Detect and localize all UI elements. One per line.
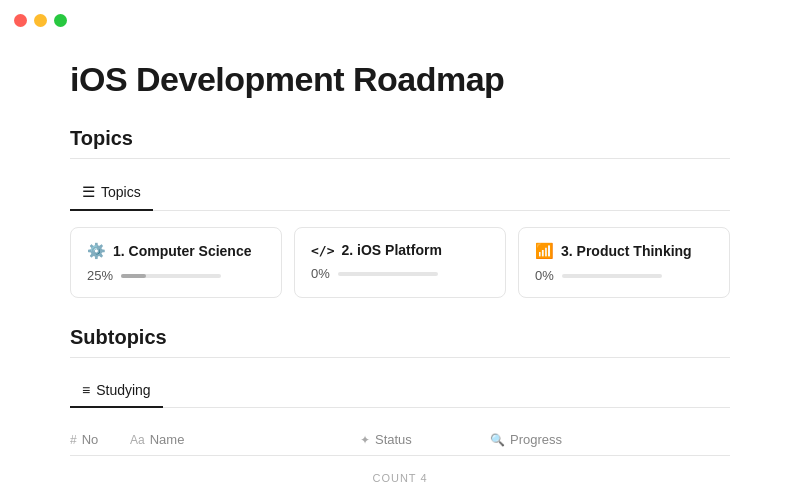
card-label-ios: 2. iOS Platform bbox=[341, 242, 441, 258]
topic-card-cs[interactable]: ⚙️ 1. Computer Science 25% bbox=[70, 227, 282, 298]
main-content: iOS Development Roadmap Topics ☰ Topics … bbox=[0, 40, 800, 500]
progress-bar-bg-pt bbox=[562, 274, 662, 278]
traffic-light-red[interactable] bbox=[14, 14, 27, 27]
studying-tab-label: Studying bbox=[96, 382, 150, 398]
card-percent-pt: 0% bbox=[535, 268, 713, 283]
card-icon-cs: ⚙️ bbox=[87, 242, 106, 260]
card-icon-ios: </> bbox=[311, 243, 334, 258]
topics-tab-label: Topics bbox=[101, 184, 141, 200]
topics-section: Topics ☰ Topics ⚙️ 1. Computer Science 2… bbox=[70, 127, 730, 298]
card-percent-ios: 0% bbox=[311, 266, 489, 281]
card-header-ios: </> 2. iOS Platform bbox=[311, 242, 489, 258]
traffic-light-yellow[interactable] bbox=[34, 14, 47, 27]
col-header-name: Aa Name bbox=[130, 432, 360, 447]
col-progress-icon: 🔍 bbox=[490, 433, 505, 447]
table-header: # No Aa Name ✦ Status 🔍 Progress bbox=[70, 424, 730, 456]
subtopics-section: Subtopics ≡ Studying # No Aa Name ✦ Stat… bbox=[70, 326, 730, 484]
page-title: iOS Development Roadmap bbox=[70, 60, 730, 99]
card-label-cs: 1. Computer Science bbox=[113, 243, 252, 259]
topic-card-pt[interactable]: 📶 3. Product Thinking 0% bbox=[518, 227, 730, 298]
subtopics-divider bbox=[70, 357, 730, 358]
progress-bar-bg-ios bbox=[338, 272, 438, 276]
col-status-icon: ✦ bbox=[360, 433, 370, 447]
card-header-pt: 📶 3. Product Thinking bbox=[535, 242, 713, 260]
subtopics-tabs-bar: ≡ Studying bbox=[70, 374, 730, 408]
tab-studying[interactable]: ≡ Studying bbox=[70, 374, 163, 408]
topic-card-ios[interactable]: </> 2. iOS Platform 0% bbox=[294, 227, 506, 298]
traffic-light-green[interactable] bbox=[54, 14, 67, 27]
tab-topics[interactable]: ☰ Topics bbox=[70, 175, 153, 211]
topics-tab-icon: ☰ bbox=[82, 183, 95, 201]
studying-tab-icon: ≡ bbox=[82, 382, 90, 398]
col-header-progress: 🔍 Progress bbox=[490, 432, 620, 447]
card-label-pt: 3. Product Thinking bbox=[561, 243, 692, 259]
subtopics-heading: Subtopics bbox=[70, 326, 730, 349]
col-name-icon: Aa bbox=[130, 433, 145, 447]
card-icon-pt: 📶 bbox=[535, 242, 554, 260]
count-bar: COUNT 4 bbox=[70, 456, 730, 484]
topic-cards-row: ⚙️ 1. Computer Science 25% </> 2. iOS Pl… bbox=[70, 227, 730, 298]
progress-bar-fill-cs bbox=[121, 274, 146, 278]
col-no-icon: # bbox=[70, 433, 77, 447]
card-percent-cs: 25% bbox=[87, 268, 265, 283]
topics-divider bbox=[70, 158, 730, 159]
progress-bar-bg-cs bbox=[121, 274, 221, 278]
topics-heading: Topics bbox=[70, 127, 730, 150]
topics-tabs-bar: ☰ Topics bbox=[70, 175, 730, 211]
col-header-no: # No bbox=[70, 432, 130, 447]
col-header-status: ✦ Status bbox=[360, 432, 490, 447]
title-bar bbox=[0, 0, 800, 40]
card-header-cs: ⚙️ 1. Computer Science bbox=[87, 242, 265, 260]
